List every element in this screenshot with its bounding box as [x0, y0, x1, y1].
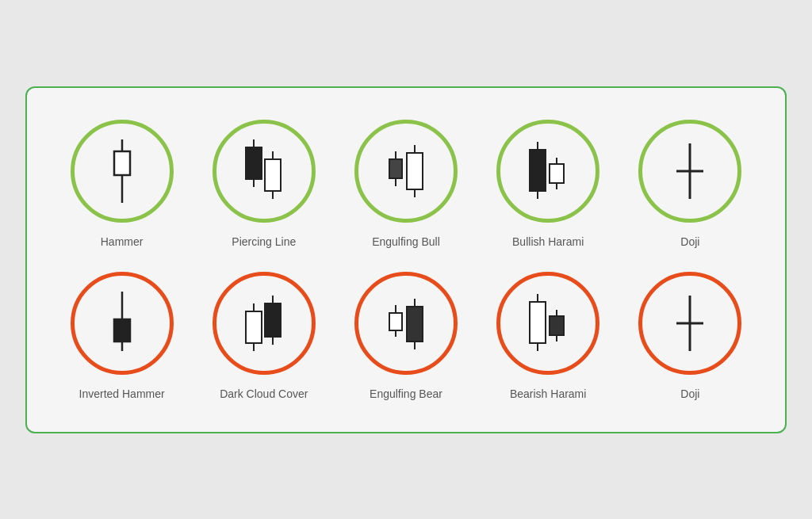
candle-bullish-harami — [520, 135, 576, 207]
candle-piercing-line — [236, 135, 292, 207]
svg-rect-33 — [389, 313, 402, 330]
candle-inverted-hammer — [102, 288, 142, 359]
circle-doji-bear — [638, 272, 741, 375]
candle-dark-cloud-cover — [236, 288, 292, 359]
svg-rect-16 — [530, 150, 546, 191]
candle-hammer — [102, 135, 142, 207]
circle-hammer — [71, 120, 174, 223]
label-hammer: Hammer — [101, 235, 144, 248]
svg-rect-36 — [407, 307, 423, 342]
circle-bearish-harami — [496, 272, 599, 375]
pattern-item-dark-cloud-cover: Dark Cloud Cover — [201, 272, 327, 400]
circle-dark-cloud-cover — [213, 272, 316, 375]
bearish-row: Inverted Hammer Dark Cloud Cover — [51, 272, 761, 400]
candle-engulfing-bear — [378, 288, 434, 359]
label-bullish-harami: Bullish Harami — [512, 235, 584, 248]
label-inverted-hammer: Inverted Hammer — [79, 387, 165, 400]
svg-rect-10 — [389, 159, 402, 178]
circle-engulfing-bear — [354, 272, 458, 375]
svg-rect-7 — [265, 159, 281, 191]
candle-doji-bear — [670, 288, 710, 359]
label-engulfing-bull: Engulfing Bull — [372, 235, 440, 248]
svg-rect-30 — [265, 303, 281, 337]
svg-rect-42 — [550, 316, 564, 335]
svg-rect-24 — [114, 319, 130, 342]
svg-rect-19 — [550, 164, 564, 183]
circle-engulfing-bull — [354, 120, 458, 223]
label-doji-bear: Doji — [680, 387, 699, 400]
label-piercing-line: Piercing Line — [232, 235, 296, 248]
pattern-item-doji-bear: Doji — [626, 272, 753, 400]
label-engulfing-bear: Engulfing Bear — [370, 387, 442, 400]
main-card: Hammer Piercing Line — [25, 86, 787, 433]
pattern-item-hammer: Hammer — [59, 120, 186, 248]
circle-doji-bull — [638, 120, 741, 223]
label-doji-bull: Doji — [680, 235, 699, 248]
pattern-item-engulfing-bull: Engulfing Bull — [343, 120, 469, 248]
svg-rect-27 — [246, 311, 262, 343]
label-dark-cloud-cover: Dark Cloud Cover — [220, 387, 308, 400]
circle-inverted-hammer — [71, 272, 174, 375]
label-bearish-harami: Bearish Harami — [510, 387, 586, 400]
circle-piercing-line — [213, 120, 316, 223]
svg-rect-4 — [246, 147, 262, 179]
circle-bullish-harami — [496, 120, 599, 223]
svg-rect-39 — [530, 302, 546, 343]
candle-bearish-harami — [520, 288, 576, 359]
svg-rect-13 — [407, 153, 423, 189]
candle-engulfing-bull — [378, 135, 434, 207]
pattern-item-piercing-line: Piercing Line — [201, 120, 327, 248]
pattern-item-bearish-harami: Bearish Harami — [485, 272, 611, 400]
candle-doji-bull — [670, 135, 710, 207]
svg-rect-1 — [114, 151, 130, 175]
pattern-item-inverted-hammer: Inverted Hammer — [59, 272, 186, 400]
pattern-item-engulfing-bear: Engulfing Bear — [343, 272, 469, 400]
bullish-row: Hammer Piercing Line — [51, 120, 761, 248]
pattern-item-bullish-harami: Bullish Harami — [485, 120, 611, 248]
pattern-item-doji-bull: Doji — [626, 120, 753, 248]
